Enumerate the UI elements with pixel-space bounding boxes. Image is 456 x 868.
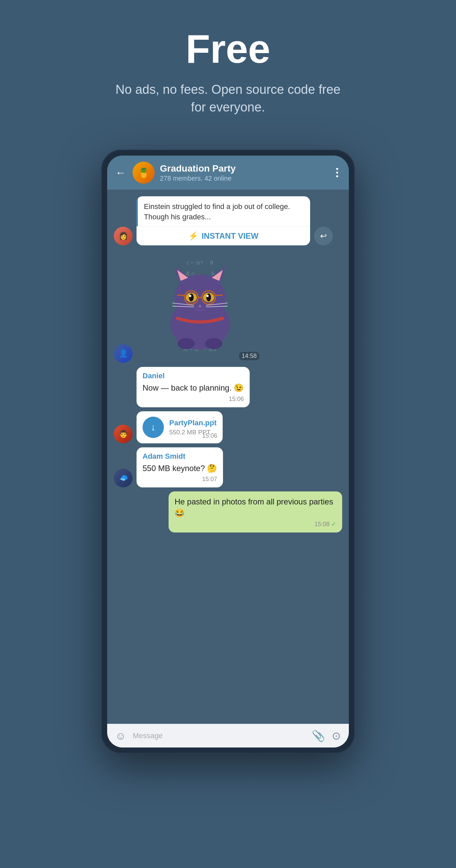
group-avatar-emoji: 🍍 (138, 167, 150, 178)
instant-view-label: INSTANT VIEW (202, 231, 259, 241)
group-avatar: 🍍 (132, 162, 155, 184)
forward-button[interactable]: ↩ (314, 227, 333, 245)
input-bar: ☺ Message 📎 ⊙ (107, 724, 349, 747)
more-options-button[interactable] (333, 165, 341, 180)
own-bubble: He pasted in photos from all previous pa… (169, 491, 342, 532)
daniel-time: 15:06 (143, 396, 244, 403)
daniel-text: Now — back to planning. 😉 (143, 382, 244, 394)
sticker-box: t = πr² θ A = h V = l³ s P = 2πr A = πr²… (136, 249, 263, 363)
svg-line-15 (177, 295, 184, 296)
cat-svg (160, 263, 240, 349)
daniel-bubble: Daniel Now — back to planning. 😉 15:06 (136, 367, 250, 407)
svg-point-8 (189, 293, 193, 302)
adam-text: 550 MB keynote? 🤔 (143, 463, 217, 474)
cat-sticker (136, 249, 263, 363)
group-info: Graduation Party 278 members, 42 online (160, 163, 328, 182)
avatar-guy1: 👤 (114, 344, 132, 363)
hero-title: Free (7, 27, 449, 71)
instant-view-button[interactable]: ⚡ INSTANT VIEW (136, 226, 310, 245)
file-message-row: 👨 ↓ PartyPlan.ppt 550.2 MB PPT ⋮ 15:06 (114, 411, 342, 443)
daniel-message-row: Daniel Now — back to planning. 😉 15:06 (114, 367, 342, 407)
hero-subtitle: No ads, no fees. Open source code free f… (111, 81, 345, 116)
own-text: He pasted in photos from all previous pa… (175, 496, 336, 519)
avatar-guy2: 👨 (114, 425, 132, 443)
article-text: Einstein struggled to find a job out of … (136, 196, 310, 226)
back-button[interactable]: ← (115, 166, 126, 179)
own-message-row: He pasted in photos from all previous pa… (114, 491, 342, 532)
lightning-icon: ⚡ (188, 231, 198, 241)
avatar-guy3: 🧢 (114, 469, 132, 488)
avatar-girl: 👩 (114, 227, 132, 245)
dot2 (336, 172, 338, 174)
svg-point-9 (206, 293, 211, 302)
adam-sender: Adam Smidt (143, 452, 217, 461)
file-name: PartyPlan.ppt (169, 418, 217, 427)
message-input[interactable]: Message (133, 732, 305, 740)
file-time: 15:06 (202, 432, 217, 439)
phone-mockup: ← 🍍 Graduation Party 278 members, 42 onl… (101, 150, 355, 753)
phone-outer: ← 🍍 Graduation Party 278 members, 42 onl… (101, 150, 355, 753)
daniel-sender: Daniel (143, 372, 244, 380)
svg-point-1 (174, 274, 226, 322)
forward-icon: ↩ (320, 231, 327, 241)
adam-message-row: 🧢 Adam Smidt 550 MB keynote? 🤔 15:07 (114, 447, 342, 488)
svg-point-10 (189, 295, 191, 297)
hero-section: Free No ads, no fees. Open source code f… (0, 0, 456, 129)
article-message-row: 👩 Einstein struggled to find a job out o… (114, 196, 342, 245)
file-bubble: ↓ PartyPlan.ppt 550.2 MB PPT ⋮ 15:06 (136, 411, 223, 443)
dot1 (336, 168, 338, 170)
svg-line-16 (215, 295, 223, 296)
article-bubble: Einstein struggled to find a job out of … (136, 196, 310, 245)
camera-button[interactable]: ⊙ (332, 730, 341, 742)
emoji-button[interactable]: ☺ (115, 730, 126, 742)
attach-button[interactable]: 📎 (312, 730, 325, 742)
sticker-row: 👤 t = πr² θ A = h V = l³ s P = 2πr A = π… (114, 249, 342, 363)
svg-point-22 (178, 338, 195, 349)
file-more-button[interactable]: ⋮ (210, 416, 217, 425)
group-name: Graduation Party (160, 163, 328, 174)
chat-body: 👩 Einstein struggled to find a job out o… (107, 190, 349, 724)
own-time: 15:08 (175, 521, 336, 528)
download-button[interactable]: ↓ (143, 416, 164, 438)
adam-bubble: Adam Smidt 550 MB keynote? 🤔 15:07 (136, 447, 223, 488)
dot3 (336, 175, 338, 177)
sticker-time: 14:58 (239, 352, 260, 360)
chat-header: ← 🍍 Graduation Party 278 members, 42 onl… (107, 156, 349, 190)
svg-point-23 (205, 338, 222, 349)
svg-point-11 (206, 295, 209, 297)
adam-time: 15:07 (143, 476, 217, 483)
group-status: 278 members, 42 online (160, 175, 328, 182)
phone-inner: ← 🍍 Graduation Party 278 members, 42 onl… (107, 156, 349, 747)
